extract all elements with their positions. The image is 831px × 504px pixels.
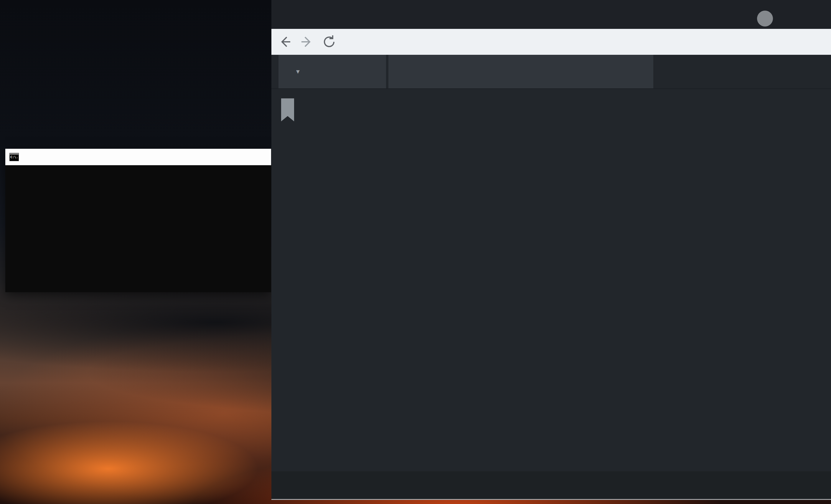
terminal-output[interactable]	[5, 165, 271, 292]
back-icon[interactable]	[278, 35, 292, 49]
new-tab-button[interactable]	[757, 10, 773, 27]
header-spacer	[389, 55, 653, 88]
browser-window: ▼	[271, 0, 831, 500]
window-bottom-edge	[271, 499, 831, 500]
tab-strip	[271, 0, 831, 29]
signin-banner	[271, 471, 831, 499]
forward-icon[interactable]	[300, 35, 314, 49]
browser-toolbar	[271, 29, 831, 55]
reload-icon[interactable]	[322, 35, 336, 49]
host-dropdown[interactable]: ▼	[279, 55, 386, 88]
terminal-window[interactable]	[5, 149, 271, 292]
cmd-icon	[9, 153, 19, 161]
chevron-down-icon: ▼	[295, 68, 301, 75]
netdata-page: ▼	[271, 55, 831, 500]
netdata-header: ▼	[271, 55, 831, 89]
bookmark-icon	[281, 98, 295, 123]
terminal-titlebar[interactable]	[5, 149, 271, 165]
